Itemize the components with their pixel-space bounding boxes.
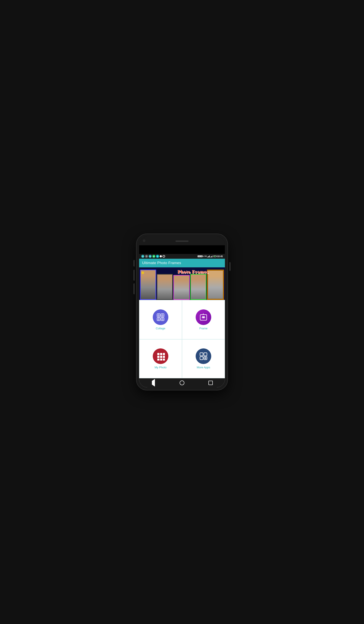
svg-rect-19 [157,359,159,361]
bar3 [209,256,209,258]
battery-fill [214,256,216,257]
phone-top-bezel [139,237,225,245]
moreapps-button[interactable] [196,348,211,364]
dot-dark-icon [162,255,165,258]
status-right-icons: VOLTE LTE [198,255,223,258]
collage-label: Collage [156,327,165,330]
back-button[interactable] [150,379,157,387]
bar4 [209,256,210,258]
svg-rect-22 [163,356,165,358]
banner-photo-2 [157,274,173,300]
collage-cell[interactable]: Collage [139,300,182,339]
home-button[interactable] [178,379,186,387]
svg-rect-15 [157,353,159,355]
moreapps-label: More Apps [197,366,210,369]
bar2b [211,256,211,258]
svg-point-14 [204,317,205,318]
power-button[interactable] [230,262,231,271]
svg-rect-26 [200,357,203,360]
myphoto-icon [156,352,165,361]
time-display: 10:45 [217,255,223,258]
moreapps-icon [199,351,208,361]
bar3b [212,256,212,258]
volte-badge: VOLTE [198,256,203,257]
app-screen: hi हिं hi W N VOLTE LTE [139,254,225,387]
svg-rect-21 [163,353,165,355]
recents-button[interactable] [207,379,214,387]
myphoto-cell[interactable]: My Photo [139,339,182,379]
bar1 [207,257,208,258]
photo-banner: Photo Frames [139,267,225,300]
banner-photo-3 [173,275,190,300]
svg-rect-17 [157,356,159,358]
nova-icon: N [156,255,159,258]
hike-icon: hi [141,255,144,258]
battery-icon [213,256,216,257]
collage-button[interactable] [153,310,168,325]
svg-rect-25 [204,353,207,356]
svg-rect-16 [160,353,162,355]
signal-bars-1 [207,255,210,258]
lte-text: LTE [203,255,207,258]
hike2-icon: hi [149,255,152,258]
volume-up-button[interactable] [133,260,134,266]
front-camera [143,240,145,242]
svg-rect-24 [200,353,203,356]
banner-photo-5 [207,269,224,300]
whatsapp-icon: W [152,255,155,258]
banner-photo-4 [190,274,207,300]
myphoto-label: My Photo [155,366,167,369]
frame-icon [199,312,208,322]
app-title: Ultimate Photo Frames [142,261,222,265]
dot-white-icon [160,255,162,258]
status-left-icons: hi हिं hi W N [141,255,165,258]
phone-device: hi हिं hi W N VOLTE LTE [136,234,228,390]
navigation-bar [139,378,225,387]
moreapps-cell[interactable]: More Apps [182,339,225,379]
app-header: Ultimate Photo Frames [139,259,225,267]
svg-rect-20 [160,359,162,361]
main-menu-grid: Collage [139,300,225,378]
hindi-icon: हिं [145,255,148,258]
banner-photo-1 [140,269,156,300]
frame-cell[interactable]: Frame [182,300,225,339]
bar4b [212,256,213,258]
bar1b [210,257,211,258]
svg-point-13 [202,317,203,318]
camera-button[interactable] [133,283,134,294]
myphoto-button[interactable] [153,348,168,364]
status-bar: hi हिं hi W N VOLTE LTE [139,254,225,259]
svg-rect-23 [163,359,165,361]
banner-title: Photo Frames [178,269,209,275]
frame-button[interactable] [196,310,211,325]
volume-down-button[interactable] [133,270,134,281]
home-circle-icon [180,380,184,385]
earpiece-speaker [176,240,188,242]
collage-icon [156,313,165,321]
phone-screen: hi हिं hi W N VOLTE LTE [139,237,225,387]
frame-label: Frame [199,327,208,330]
svg-rect-18 [160,356,162,358]
recents-square-icon [208,381,213,385]
bar2 [208,256,208,258]
back-arrow-icon [152,381,155,385]
signal-bars-2 [210,255,213,258]
